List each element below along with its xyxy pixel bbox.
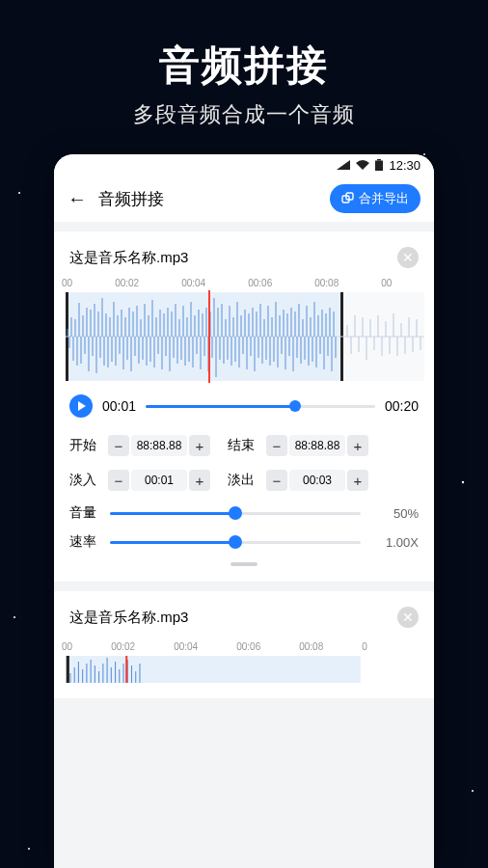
play-position: 00:01: [102, 398, 136, 414]
start-value[interactable]: 88:88.88: [131, 435, 187, 456]
fadeout-minus-button[interactable]: −: [266, 470, 287, 491]
svg-rect-7: [125, 656, 127, 683]
merge-icon: [341, 192, 355, 205]
remove-clip-button[interactable]: ✕: [397, 247, 419, 268]
waveform[interactable]: [54, 656, 434, 683]
fadein-stepper: − 00:01 +: [108, 470, 210, 491]
end-stepper: − 88:88.88 +: [266, 435, 368, 456]
volume-slider-thumb[interactable]: [229, 506, 242, 520]
volume-label: 音量: [69, 504, 100, 522]
time-ruler: 00 00:02 00:04 00:06 00:08 00: [54, 278, 434, 288]
clip-filename: 这是音乐名称.mp3: [69, 249, 390, 267]
start-plus-button[interactable]: +: [189, 435, 210, 456]
page-title: 音频拼接: [98, 188, 318, 210]
speed-slider-thumb[interactable]: [229, 535, 242, 549]
svg-rect-6: [67, 656, 69, 683]
play-button[interactable]: [69, 394, 93, 418]
fadeout-label: 淡出: [228, 472, 258, 489]
fadein-plus-button[interactable]: +: [189, 470, 210, 491]
drag-handle[interactable]: [230, 562, 258, 566]
start-minus-button[interactable]: −: [108, 435, 129, 456]
end-value[interactable]: 88:88.88: [289, 435, 345, 456]
end-plus-button[interactable]: +: [347, 435, 368, 456]
audio-clip-card: 这是音乐名称.mp3 ✕ 00 00:02 00:04 00:06 00:08 …: [54, 231, 434, 582]
battery-icon: [375, 159, 383, 171]
fadeout-stepper: − 00:03 +: [266, 470, 368, 491]
play-slider[interactable]: [146, 405, 375, 408]
fadein-label: 淡入: [69, 472, 100, 489]
end-label: 结束: [228, 437, 258, 454]
start-label: 开始: [69, 437, 100, 454]
end-minus-button[interactable]: −: [266, 435, 287, 456]
wifi-icon: [356, 160, 369, 170]
status-time: 12:30: [389, 158, 420, 173]
play-duration: 00:20: [385, 398, 419, 414]
start-stepper: − 88:88.88 +: [108, 435, 210, 456]
fadein-minus-button[interactable]: −: [108, 470, 129, 491]
hero-title: 音频拼接: [0, 39, 488, 93]
status-bar: 12:30: [54, 154, 434, 176]
waveform-svg: [54, 656, 434, 683]
svg-rect-0: [377, 159, 381, 161]
playhead[interactable]: [208, 290, 210, 383]
speed-value: 1.00X: [370, 535, 419, 550]
audio-clip-card: 这是音乐名称.mp3 ✕ 00 00:02 00:04 00:06 00:08 …: [54, 591, 434, 698]
speed-label: 速率: [69, 533, 100, 551]
svg-rect-1: [375, 161, 383, 172]
speed-slider[interactable]: [110, 541, 361, 544]
volume-slider[interactable]: [110, 512, 361, 515]
hero-subtitle: 多段音频合成一个音频: [0, 100, 488, 129]
clip-filename: 这是音乐名称.mp3: [69, 609, 390, 627]
export-label: 合并导出: [359, 190, 409, 207]
fadein-value[interactable]: 00:01: [131, 470, 187, 491]
time-ruler: 00 00:02 00:04 00:06 00:08 0: [54, 641, 434, 652]
play-slider-thumb[interactable]: [289, 400, 301, 412]
merge-export-button[interactable]: 合并导出: [330, 184, 420, 213]
remove-clip-button[interactable]: ✕: [397, 607, 419, 628]
waveform-svg: [66, 292, 424, 381]
signal-icon: [337, 160, 350, 170]
volume-value: 50%: [370, 506, 419, 521]
phone-frame: 12:30 ← 音频拼接 合并导出 这是音乐名称.mp3 ✕ 00 00:02 …: [54, 154, 434, 868]
fadeout-plus-button[interactable]: +: [347, 470, 368, 491]
svg-rect-5: [67, 656, 361, 683]
app-header: ← 音频拼接 合并导出: [54, 176, 434, 222]
waveform[interactable]: [54, 292, 434, 381]
fadeout-value[interactable]: 00:03: [289, 470, 345, 491]
back-icon[interactable]: ←: [68, 188, 87, 210]
